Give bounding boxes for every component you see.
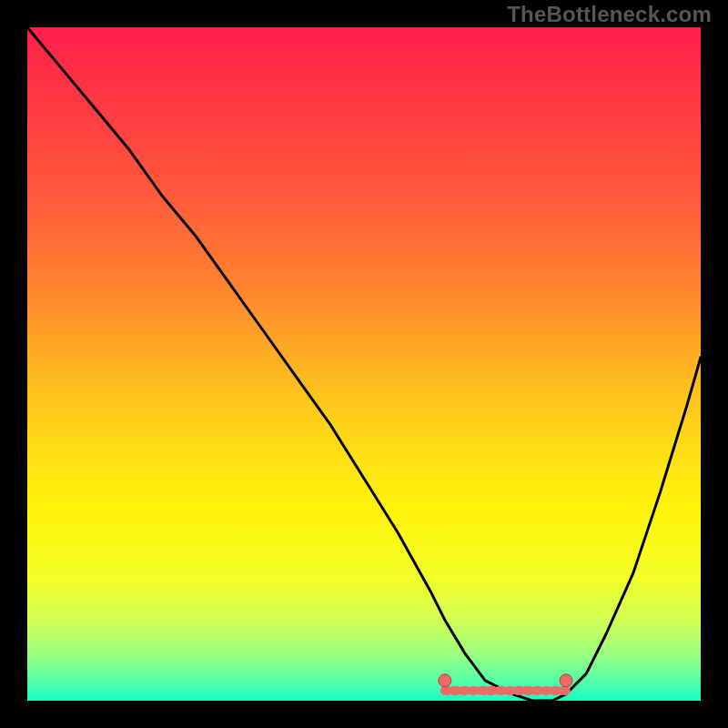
range-end-marker: [560, 674, 572, 687]
range-start-marker: [439, 674, 451, 687]
bottleneck-chart: [0, 0, 728, 728]
chart-frame: TheBottleneck.com: [0, 0, 728, 728]
plot-background: [27, 27, 701, 701]
watermark-text: TheBottleneck.com: [507, 2, 712, 27]
